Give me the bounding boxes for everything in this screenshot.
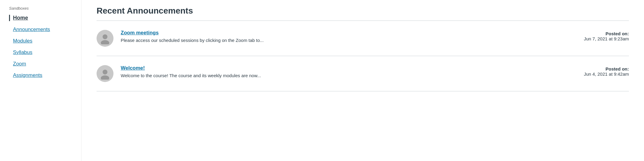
sidebar-nav: AnnouncementsModulesSyllabusZoomAssignme… xyxy=(9,27,81,78)
posted-on-label: Posted on: xyxy=(575,31,629,36)
svg-point-0 xyxy=(103,34,107,39)
announcement-item: Welcome!Welcome to the course! The cours… xyxy=(97,56,629,91)
posted-on-date: Jun 4, 2021 at 9:42am xyxy=(575,71,629,77)
announcement-meta-welcome: Posted on:Jun 4, 2021 at 9:42am xyxy=(575,65,629,77)
announcement-title-zoom-meetings[interactable]: Zoom meetings xyxy=(121,30,159,36)
sidebar-item-assignments[interactable]: Assignments xyxy=(13,72,81,78)
announcement-meta-zoom-meetings: Posted on:Jun 7, 2021 at 9:23am xyxy=(575,30,629,41)
announcement-excerpt-welcome: Welcome to the course! The course and it… xyxy=(121,73,567,78)
announcement-title-welcome[interactable]: Welcome! xyxy=(121,65,145,71)
posted-on-date: Jun 7, 2021 at 9:23am xyxy=(575,36,629,41)
announcement-excerpt-zoom-meetings: Please access our scheduled sessions by … xyxy=(121,38,567,43)
page-title: Recent Announcements xyxy=(97,6,629,16)
sidebar-item-zoom[interactable]: Zoom xyxy=(13,61,81,67)
announcements-list: Zoom meetingsPlease access our scheduled… xyxy=(97,21,629,91)
announcement-body: Welcome!Welcome to the course! The cours… xyxy=(121,65,567,78)
sidebar-item-announcements[interactable]: Announcements xyxy=(13,27,81,33)
avatar xyxy=(97,65,113,82)
sidebar-item-modules[interactable]: Modules xyxy=(13,38,81,44)
sidebar-item-syllabus[interactable]: Syllabus xyxy=(13,49,81,55)
announcement-item: Zoom meetingsPlease access our scheduled… xyxy=(97,21,629,56)
svg-point-3 xyxy=(101,75,109,80)
announcement-body: Zoom meetingsPlease access our scheduled… xyxy=(121,30,567,43)
svg-point-2 xyxy=(103,70,107,74)
sidebar-sandboxes-label: Sandboxes xyxy=(9,6,81,11)
svg-point-1 xyxy=(101,40,109,44)
sidebar: Sandboxes Home AnnouncementsModulesSylla… xyxy=(0,0,81,161)
main-content: Recent Announcements Zoom meetingsPlease… xyxy=(81,0,644,161)
posted-on-label: Posted on: xyxy=(575,66,629,71)
avatar xyxy=(97,30,113,47)
sidebar-item-home[interactable]: Home xyxy=(9,15,81,21)
